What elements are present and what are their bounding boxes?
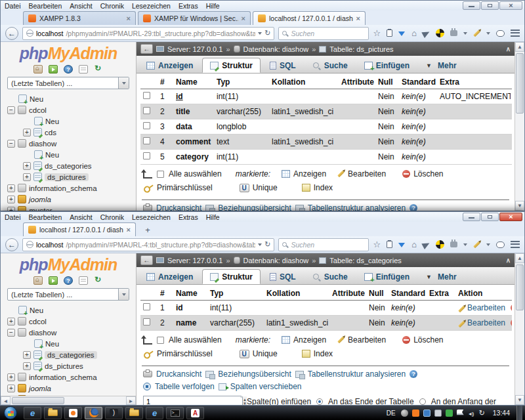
tree-item-ds-pictures[interactable]: ds_pictures [1, 171, 136, 182]
column-count-input[interactable] [144, 398, 242, 405]
browser-tab-phpmyadmin[interactable]: localhost / 127.0.0.1 / diash... × [23, 222, 136, 236]
pma-logout-icon[interactable] [49, 276, 58, 285]
menu-bearbeiten[interactable]: Bearbeiten [29, 213, 62, 221]
tree-item-diashow[interactable]: diashow [1, 327, 136, 338]
tree-item-diashow-neu[interactable]: Neu [1, 149, 136, 160]
browser-tab-xampp[interactable]: XAMPP 1.8.3 × [23, 11, 136, 25]
edit-pencil-icon[interactable] [473, 30, 480, 37]
tree-item-diashow[interactable]: diashow [1, 138, 136, 149]
reload-icon[interactable] [264, 29, 270, 37]
pma-help-icon[interactable] [64, 276, 73, 285]
expand-expander-icon[interactable] [7, 385, 15, 392]
plugin-dropdown-icon[interactable] [463, 32, 467, 35]
tab-sql[interactable]: SQL [262, 269, 303, 284]
expand-expander-icon[interactable] [23, 351, 31, 359]
check-all-label[interactable]: Alle auswählen [169, 335, 222, 345]
help-icon[interactable] [410, 204, 417, 211]
tree-item-cdcol-neu[interactable]: Neu [1, 116, 136, 127]
collapse-expander-icon[interactable] [7, 140, 15, 148]
home-icon[interactable] [411, 240, 417, 249]
url-bar[interactable]: localhost /phpmyadmin/#PMAURL-29:tbl_str… [22, 27, 274, 40]
start-button[interactable] [4, 406, 17, 419]
back-button[interactable] [5, 238, 18, 251]
minimize-button[interactable] [463, 213, 480, 221]
home-icon[interactable] [411, 28, 417, 38]
hide-sidebar-button[interactable] [140, 44, 153, 54]
pma-refresh-icon[interactable] [94, 65, 103, 74]
tab-suche[interactable]: Suche [305, 58, 355, 73]
pma-home-icon[interactable] [33, 65, 43, 74]
radio-table-end[interactable] [316, 398, 323, 405]
column-count-stepper[interactable]: ▲▼ [143, 396, 242, 405]
bookmark-star-icon[interactable] [373, 28, 381, 38]
taskbar-ie2[interactable] [146, 407, 163, 419]
row-checkbox[interactable] [143, 122, 150, 129]
sidebar-horizontal-scrollbar[interactable]: ◄ ► [1, 396, 136, 405]
radio-table-begin[interactable] [419, 398, 426, 405]
vertical-scrollbar[interactable]: ▲ ▼ [514, 42, 524, 211]
select-dropdown-button[interactable] [118, 77, 129, 89]
expand-expander-icon[interactable] [7, 373, 15, 381]
menu-extras[interactable]: Extras [178, 2, 198, 10]
collapse-expander-icon[interactable] [7, 329, 15, 337]
pma-docs-icon[interactable] [79, 65, 88, 74]
breadcrumb-database[interactable]: Datenbank: diashow [243, 257, 309, 264]
tab-suche[interactable]: Suche [305, 269, 355, 284]
track-table-link[interactable]: Tabelle verfolgen [155, 382, 215, 391]
urlbar-dropdown-icon[interactable] [258, 32, 262, 35]
reading-list-icon[interactable] [387, 241, 392, 248]
plugin-dropdown-icon[interactable] [463, 243, 467, 246]
downloads-icon[interactable] [398, 241, 406, 248]
tree-item-diashow-neu[interactable]: Neu [1, 338, 136, 349]
expand-expander-icon[interactable] [7, 184, 15, 192]
back-button[interactable] [5, 27, 18, 40]
hamburger-menu-icon[interactable] [511, 30, 520, 37]
row-checkbox[interactable] [143, 137, 150, 144]
pma-help-icon[interactable] [64, 65, 73, 74]
tray-xampp-icon[interactable] [412, 410, 419, 417]
tree-item-ds-pictures[interactable]: ds_pictures [1, 360, 136, 371]
tree-item-ds-categories[interactable]: ds_categories [1, 349, 136, 360]
new-tab-button[interactable]: + [139, 224, 156, 236]
reading-list-icon[interactable] [387, 30, 392, 37]
index-button[interactable]: Index [302, 349, 333, 358]
tray-ball-icon[interactable] [401, 410, 408, 417]
vertical-scrollbar[interactable]: ▲ ▼ [514, 253, 524, 405]
scrollbar-thumb[interactable] [516, 53, 524, 114]
taskbar-ie[interactable] [24, 407, 41, 419]
tab-close-icon[interactable]: × [127, 14, 131, 22]
tree-item-information-schema[interactable]: information_schema [1, 182, 136, 194]
taskbar-clock[interactable]: 13:44 [493, 409, 510, 417]
menu-ansicht[interactable]: Ansicht [70, 213, 92, 221]
marked-edit-button[interactable]: Bearbeiten [337, 169, 386, 178]
recent-tables-select[interactable]: (Letzte Tabellen) ... [7, 288, 129, 301]
send-icon[interactable] [421, 240, 430, 249]
taskbar-explorer[interactable] [44, 407, 62, 419]
plugin-icon[interactable] [450, 30, 457, 36]
taskbar-documents[interactable] [125, 407, 143, 419]
radio-table-begin-label[interactable]: An den Anfang der [431, 397, 496, 405]
scroll-up-arrow[interactable]: ▲ [515, 42, 524, 52]
marked-delete-button[interactable]: Löschen [397, 169, 443, 178]
tree-item-ds-categories[interactable]: ds_categories [1, 160, 136, 171]
browser-tab-phpmyadmin[interactable]: localhost / 127.0.0.1 / diash... × [253, 11, 366, 25]
addon-badge-icon[interactable] [436, 29, 444, 37]
chat-bubble-icon[interactable] [496, 242, 505, 248]
url-bar[interactable]: localhost /phpmyadmin/#PMAURL-4:tbl_stru… [22, 238, 274, 251]
search-input[interactable] [289, 240, 365, 249]
print-view-link[interactable]: Druckansicht [156, 369, 201, 379]
scroll-right-arrow[interactable]: ► [126, 396, 136, 405]
edit-link[interactable]: Bearbeiten [467, 318, 505, 327]
maximize-button[interactable] [481, 213, 499, 221]
chat-bubble-icon[interactable] [496, 30, 505, 37]
check-all-label[interactable]: Alle auswählen [169, 169, 222, 178]
pencil-dropdown-icon[interactable] [486, 32, 490, 35]
breadcrumb-database[interactable]: Datenbank: diashow [243, 45, 309, 53]
pma-home-icon[interactable] [33, 276, 43, 285]
edit-pencil-icon[interactable] [473, 241, 480, 248]
index-button[interactable]: Index [302, 183, 333, 192]
maximize-button[interactable] [481, 1, 499, 10]
expand-expander-icon[interactable] [23, 162, 31, 170]
row-checkbox[interactable] [143, 152, 150, 159]
expand-expander-icon[interactable] [23, 129, 31, 136]
